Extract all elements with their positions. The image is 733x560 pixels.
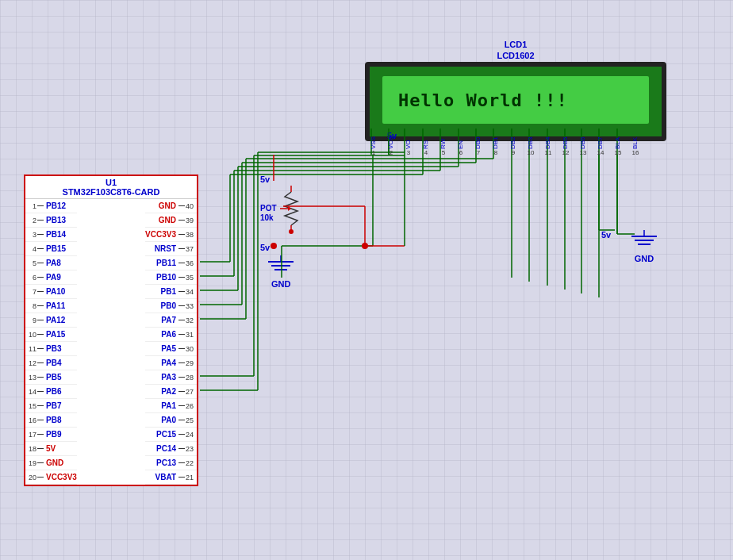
svg-point-4: [289, 229, 294, 234]
mcu-left-pin-5: 5 PA8: [25, 256, 77, 270]
lcd-pin-1: VSS 1: [365, 127, 382, 156]
lcd-pin-15: BLA 15: [609, 127, 627, 156]
lcd-pin-8: DB1 8: [487, 127, 505, 156]
lcd-title-line1: LCD1: [365, 40, 666, 49]
mcu-right-pin-31: 31 PA6: [145, 328, 197, 342]
mcu-left-pin-3: 3 PB14: [25, 228, 77, 242]
mcu-left-pin-17: 17 PB9: [25, 428, 77, 442]
mcu-right-pin-40: 40 GND: [145, 199, 197, 213]
mcu-right-pin-33: 33 PB0: [145, 299, 197, 313]
mcu-right-pin-23: 23 PC14: [145, 442, 197, 456]
mcu-right-pin-39: 39 GND: [145, 213, 197, 228]
mcu-right-pin-27: 27 PA2: [145, 385, 197, 399]
mcu-left-pin-9: 9 PA12: [25, 313, 77, 328]
mcu-right-pin-21: 21 VBAT: [145, 470, 197, 485]
lcd-pin-12: DB5 12: [557, 127, 574, 156]
5v-power-bottom: 5v: [260, 243, 302, 252]
lcd-pin-4: RS 4: [417, 127, 435, 156]
gnd-lcd-right: GND: [628, 230, 660, 263]
lcd-pin-3: VO 3: [400, 127, 417, 156]
mcu-right-pin-22: 22 PC13: [145, 456, 197, 470]
mcu-left-pin-2: 2 PB13: [25, 213, 77, 228]
mcu-left-pin-12: 12 PB4: [25, 356, 77, 370]
lcd-display: Hello World !!!: [382, 76, 649, 124]
mcu-right-pin-30: 30 PA5: [145, 342, 197, 356]
lcd-component: LCD1 LCD1602 Hello World !!!: [365, 40, 666, 141]
lcd-pin-13: DB6 13: [574, 127, 592, 156]
svg-marker-3: [288, 206, 291, 211]
mcu-left-pin-16: 16 PB8: [25, 413, 77, 428]
pot-label: POT 10k: [260, 204, 277, 223]
lcd-pin-16: BLK 16: [627, 127, 644, 156]
lcd-pin-10: DB3 10: [522, 127, 539, 156]
mcu-right-pin-36: 36 PB11: [145, 256, 197, 270]
mcu-left-pin-10: 10 PA15: [25, 328, 77, 342]
mcu-right-pin-34: 34 PB1: [145, 285, 197, 299]
lcd-pin-11: DB4 11: [539, 127, 557, 156]
mcu-left-pin-4: 4 PB15: [25, 242, 77, 256]
mcu-right-pin-29: 29 PA4: [145, 356, 197, 370]
mcu-left-pin-20: 20 VCC3V3: [25, 470, 77, 485]
lcd-text: Hello World !!!: [398, 90, 568, 110]
mcu-left-pin-11: 11 PB3: [25, 342, 77, 356]
mcu-left-pin-15: 15 PB7: [25, 399, 77, 413]
lcd-pin-7: DB0 7: [470, 127, 487, 156]
mcu-right-pin-28: 28 PA3: [145, 370, 197, 385]
lcd-pin-14: DB7 14: [592, 127, 609, 156]
lcd-title-line2: LCD1602: [365, 51, 666, 60]
gnd-pot-label: GND: [260, 279, 302, 289]
lcd-pin-labels: VSS 1 VCC 2 VO 3 RS 4 RW 5 EN 6 DB0 7 DB…: [365, 127, 644, 156]
mcu-body: 1 PB12 2 PB13 3 PB14 4 PB15 5 PA8 6 PA9 …: [25, 199, 197, 485]
mcu-title: U1 STM32F103C8T6-CARD: [25, 176, 197, 199]
mcu-right-pin-25: 25 PA0: [145, 413, 197, 428]
pot-component: 5v POT 10k 5v GND: [260, 175, 302, 289]
lcd-pin-2: VCC 2: [382, 127, 400, 156]
mcu-right-pin-24: 24 PC15: [145, 428, 197, 442]
mcu-right-pin-37: 37 NRST: [145, 242, 197, 256]
mcu-left-pin-6: 6 PA9: [25, 270, 77, 285]
mcu-left-pin-1: 1 PB12: [25, 199, 77, 213]
gnd-right-label: GND: [628, 254, 660, 263]
mcu-left-pin-7: 7 PA10: [25, 285, 77, 299]
pot-symbol: [280, 186, 302, 241]
mcu-left-pin-14: 14 PB6: [25, 385, 77, 399]
5v-power-top: 5v: [260, 175, 302, 184]
mcu-left-pin-18: 18 5V: [25, 442, 77, 456]
mcu-right-pin-35: 35 PB10: [145, 270, 197, 285]
mcu-left-pin-8: 8 PA11: [25, 299, 77, 313]
lcd-pin-9: DB2 9: [505, 127, 522, 156]
mcu-component: U1 STM32F103C8T6-CARD 1 PB12 2 PB13 3 PB…: [24, 175, 198, 486]
svg-point-40: [362, 243, 368, 249]
lcd-pin-5: RW 5: [435, 127, 452, 156]
gnd-pot: GND: [260, 255, 302, 289]
lcd-pin-6: EN 6: [452, 127, 470, 156]
mcu-right-pin-38: 38 VCC3V3: [145, 228, 197, 242]
gnd-lcd-blk: 5v: [601, 230, 611, 240]
mcu-right-pin-32: 32 PA7: [145, 313, 197, 328]
mcu-right-pin-26: 26 PA1: [145, 399, 197, 413]
mcu-left-pin-13: 13 PB5: [25, 370, 77, 385]
mcu-left-pin-19: 19 GND: [25, 456, 77, 470]
